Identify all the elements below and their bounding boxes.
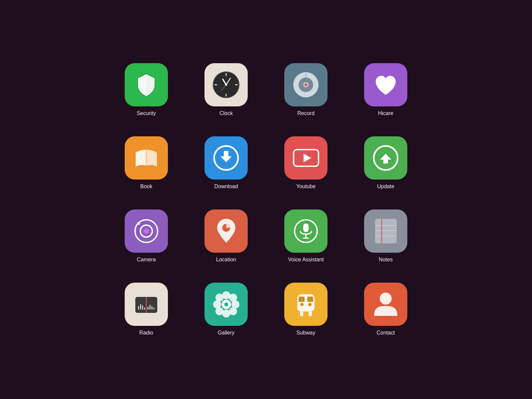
notes-icon [372,216,400,246]
update-icon [371,143,401,173]
radio-icon-wrap [125,283,168,326]
clock-label: Clock [219,110,233,116]
notes-icon-wrap [364,209,407,253]
record-icon-wrap [284,63,328,106]
svg-rect-58 [307,297,313,302]
app-voice-assistant[interactable]: Voice Assistant [279,209,332,263]
security-icon [135,71,158,98]
svg-rect-61 [300,312,303,316]
book-label: Book [140,184,152,190]
app-contact[interactable]: Contact [359,283,412,336]
location-label: Location [216,257,236,263]
camera-icon [131,216,161,246]
gallery-icon [212,290,240,319]
camera-label: Camera [137,257,156,263]
svg-point-60 [308,303,312,306]
app-clock[interactable]: Clock [200,63,253,116]
location-icon [214,216,239,246]
app-gallery[interactable]: Gallery [200,283,253,336]
contact-icon-wrap [364,283,407,326]
update-icon-wrap [364,136,407,180]
record-label: Record [297,110,315,116]
download-icon-wrap [204,136,248,180]
app-hicare[interactable]: Hicare [359,63,412,116]
app-grid: Security Clock [120,63,412,336]
subway-label: Subway [297,330,316,336]
hicare-label: Hicare [378,110,393,116]
youtube-icon [292,146,320,170]
svg-marker-21 [380,154,391,164]
book-icon-wrap [125,136,168,180]
clock-icon [211,70,241,100]
radio-label: Radio [139,330,153,336]
app-book[interactable]: Book [120,136,173,190]
svg-point-46 [222,291,230,299]
contact-label: Contact [376,330,395,336]
voice-icon [291,216,321,246]
app-youtube[interactable]: Youtube [279,136,332,190]
app-location[interactable]: Location [200,209,253,263]
svg-point-9 [225,84,227,86]
security-icon-wrap [125,63,168,106]
app-camera[interactable]: Camera [120,209,173,263]
app-record[interactable]: Record [279,63,332,116]
app-radio[interactable]: Radio [120,283,173,336]
hicare-icon [374,74,397,96]
svg-point-63 [380,293,392,305]
youtube-icon-wrap [284,136,328,180]
location-icon-wrap [204,209,248,253]
update-label: Update [377,184,394,190]
svg-marker-17 [220,151,232,162]
app-update[interactable]: Update [359,136,412,190]
svg-point-51 [229,294,237,302]
svg-point-50 [215,294,223,302]
svg-point-13 [305,83,307,86]
app-notes[interactable]: Notes [359,209,412,263]
radio-icon [131,292,161,317]
app-subway[interactable]: Subway [279,283,332,336]
voice-label: Voice Assistant [288,257,324,263]
svg-rect-62 [309,312,312,316]
youtube-label: Youtube [296,184,316,190]
app-security[interactable]: Security [120,63,173,116]
hicare-icon-wrap [364,63,407,106]
camera-icon-wrap [125,209,168,253]
svg-point-52 [215,307,223,315]
subway-icon [293,289,319,319]
security-label: Security [137,110,156,116]
svg-point-24 [144,228,149,234]
svg-rect-28 [303,223,309,232]
gallery-label: Gallery [218,330,235,336]
contact-icon [372,289,399,319]
clock-icon-wrap [204,63,248,106]
download-label: Download [214,184,238,190]
download-icon [211,143,241,173]
svg-rect-15 [146,150,147,166]
svg-point-53 [229,307,237,315]
svg-point-59 [300,303,304,306]
notes-label: Notes [379,257,393,263]
svg-marker-19 [304,154,311,162]
voice-icon-wrap [284,209,328,253]
record-icon [291,70,321,100]
svg-rect-57 [299,297,305,302]
svg-point-25 [137,222,140,225]
gallery-icon-wrap [204,283,248,326]
svg-point-55 [224,302,228,306]
svg-point-49 [231,300,239,308]
app-download[interactable]: Download [200,136,253,190]
book-icon [133,146,160,170]
subway-icon-wrap [284,283,328,326]
svg-point-47 [222,310,230,318]
svg-point-48 [213,300,221,308]
